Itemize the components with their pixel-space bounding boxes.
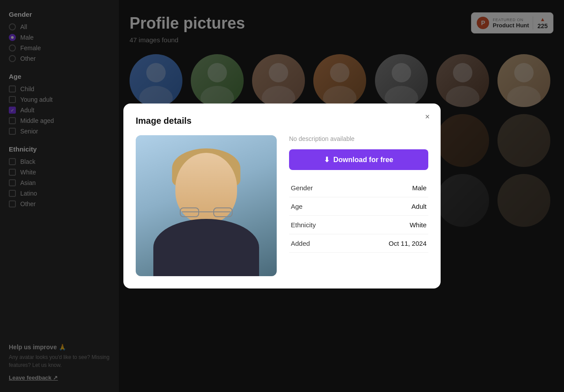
detail-key-added: Added — [289, 234, 346, 253]
modal-person-image — [136, 135, 277, 276]
detail-key-ethnicity: Ethnicity — [289, 216, 346, 234]
modal-title: Image details — [136, 116, 453, 126]
detail-row-added: Added Oct 11, 2024 — [289, 234, 428, 253]
detail-value-added: Oct 11, 2024 — [346, 234, 428, 253]
download-icon: ⬇ — [324, 155, 330, 164]
detail-value-gender: Male — [346, 179, 428, 197]
no-description-text: No description available — [289, 135, 428, 142]
download-button[interactable]: ⬇ Download for free — [289, 149, 428, 170]
download-label: Download for free — [333, 156, 393, 164]
modal-info-panel: No description available ⬇ Download for … — [289, 135, 428, 276]
detail-row-gender: Gender Male — [289, 179, 428, 197]
detail-key-age: Age — [289, 197, 346, 216]
detail-table: Gender Male Age Adult Ethnicity White Ad… — [289, 179, 428, 253]
detail-row-age: Age Adult — [289, 197, 428, 216]
image-details-modal: × Image details No description available — [123, 104, 441, 288]
detail-value-age: Adult — [346, 197, 428, 216]
detail-row-ethnicity: Ethnicity White — [289, 216, 428, 234]
detail-key-gender: Gender — [289, 179, 346, 197]
modal-overlay[interactable]: × Image details No description available — [0, 0, 564, 392]
detail-value-ethnicity: White — [346, 216, 428, 234]
